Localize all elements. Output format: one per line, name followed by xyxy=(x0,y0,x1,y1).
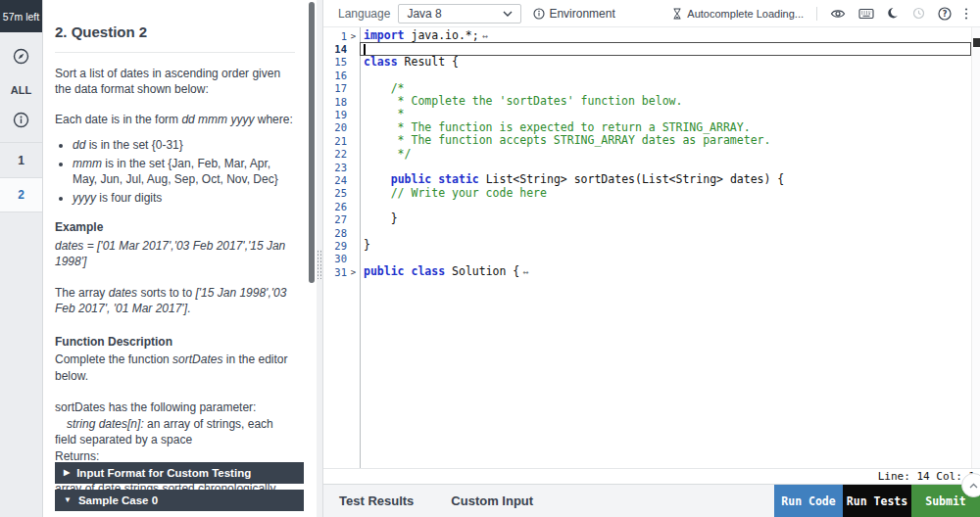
code-token: * The function is expected to return a S… xyxy=(364,120,751,134)
code-token: * The function accepts STRING_ARRAY date… xyxy=(364,133,770,147)
line-number: 18 xyxy=(323,96,347,108)
line-number: 15 xyxy=(323,56,347,68)
code-line-25[interactable]: 25 // Write your code here xyxy=(323,187,980,200)
section-label: Input Format for Custom Testing xyxy=(76,465,251,482)
keyboard-icon[interactable] xyxy=(858,8,874,20)
fold-arrow-icon[interactable]: > xyxy=(347,267,360,277)
panel-splitter xyxy=(317,0,323,517)
code-text[interactable] xyxy=(360,253,971,265)
code-line-28[interactable]: 28 xyxy=(323,226,980,239)
code-text[interactable] xyxy=(360,69,971,81)
code-text[interactable]: // Write your code here xyxy=(360,187,971,200)
code-text[interactable] xyxy=(360,226,971,239)
code-line-15[interactable]: 15class Result { xyxy=(323,56,980,69)
section-bar[interactable]: ▶Input Format for Custom Testing xyxy=(55,462,304,484)
run-code-button[interactable]: Run Code xyxy=(774,485,843,517)
autocomplete-status: Autocomplete Loading... xyxy=(672,8,804,20)
example-heading: Example xyxy=(55,219,295,236)
splitter-drag-handle[interactable] xyxy=(317,250,323,279)
code-text[interactable]: /* xyxy=(360,82,971,95)
code-line-22[interactable]: 22 */ xyxy=(323,148,980,161)
line-number: 25 xyxy=(323,187,347,199)
code-text[interactable] xyxy=(360,161,971,173)
code-line-18[interactable]: 18 * Complete the 'sortDates' function b… xyxy=(323,95,980,108)
code-text[interactable]: import java.io.*;↔ xyxy=(360,29,971,42)
code-text[interactable] xyxy=(360,42,971,55)
code-line-1[interactable]: 1>import java.io.*;↔ xyxy=(323,29,980,42)
language-select[interactable]: Java 8 xyxy=(398,4,521,24)
code-line-19[interactable]: 19 * xyxy=(323,108,980,120)
code-line-30[interactable]: 30 xyxy=(323,253,980,265)
example-result: The array dates sorts to to ['15 Jan 199… xyxy=(55,285,295,317)
code-line-20[interactable]: 20 * The function is expected to return … xyxy=(323,121,980,134)
code-text[interactable]: class Result { xyxy=(360,56,971,69)
code-line-24[interactable]: 24 public static List<String> sortDates(… xyxy=(323,173,980,186)
eye-icon[interactable] xyxy=(830,8,846,20)
question-scrollbar[interactable] xyxy=(309,2,315,283)
code-line-16[interactable]: 16 xyxy=(323,69,980,81)
line-number: 31 xyxy=(323,266,347,278)
code-text[interactable] xyxy=(360,200,971,212)
code-line-14[interactable]: 14 xyxy=(323,42,980,55)
environment-link[interactable]: Environment xyxy=(533,7,614,21)
code-text[interactable]: * The function is expected to return a S… xyxy=(360,121,971,134)
code-line-27[interactable]: 27 } xyxy=(323,212,980,225)
question-title: 2. Question 2 xyxy=(55,24,295,41)
code-editor[interactable]: 1>import java.io.*;↔1415class Result {16… xyxy=(323,27,980,468)
function-description-text: Complete the function sortDates in the e… xyxy=(55,352,295,384)
help-icon[interactable]: ? xyxy=(938,7,952,21)
dark-mode-moon-icon[interactable] xyxy=(887,7,900,20)
code-token: } xyxy=(364,238,370,252)
line-number: 21 xyxy=(323,135,347,147)
editor-scrollbar-thumb[interactable] xyxy=(973,38,980,47)
code-text[interactable]: } xyxy=(360,212,971,225)
function-description-heading: Function Description xyxy=(55,334,295,351)
code-token: public xyxy=(364,264,405,278)
fold-placeholder-icon[interactable]: ↔ xyxy=(519,266,528,277)
bottom-bar: Test ResultsCustom InputRun CodeRun Test… xyxy=(323,484,980,517)
editor-scrollbar[interactable] xyxy=(971,27,980,468)
code-line-26[interactable]: 26 xyxy=(323,200,980,212)
tab-test-results[interactable]: Test Results xyxy=(339,494,414,508)
fold-arrow-icon[interactable]: > xyxy=(347,31,360,41)
code-text[interactable]: * xyxy=(360,108,971,120)
code-line-21[interactable]: 21 * The function accepts STRING_ARRAY d… xyxy=(323,134,980,147)
question-panel: 2. Question 2 Sort a list of dates in as… xyxy=(43,0,317,517)
history-restore-icon[interactable] xyxy=(912,7,925,20)
code-text[interactable]: public class Solution {↔ xyxy=(360,265,971,278)
compass-icon[interactable] xyxy=(0,48,42,65)
line-number: 1 xyxy=(323,30,347,42)
code-token: class xyxy=(411,264,445,278)
code-text[interactable]: public static List<String> sortDates(Lis… xyxy=(360,173,971,186)
text-cursor xyxy=(364,44,366,55)
code-token: class xyxy=(364,55,398,69)
info-icon[interactable] xyxy=(0,112,42,128)
code-token: public xyxy=(391,172,432,186)
question-nav-item-1[interactable]: 1 xyxy=(0,142,42,177)
fold-placeholder-icon[interactable]: ↔ xyxy=(479,30,488,41)
tab-custom-input[interactable]: Custom Input xyxy=(451,494,533,508)
svg-text:?: ? xyxy=(943,9,948,18)
code-text[interactable]: } xyxy=(360,239,971,252)
language-label: Language xyxy=(338,7,390,21)
code-text[interactable]: * Complete the 'sortDates' function belo… xyxy=(360,95,971,108)
code-token xyxy=(364,172,391,186)
action-buttons: Run CodeRun TestsSubmit xyxy=(774,485,980,517)
kebab-menu-icon[interactable] xyxy=(964,7,968,21)
collapse-panel-button[interactable] xyxy=(961,473,980,497)
code-text[interactable]: * The function accepts STRING_ARRAY date… xyxy=(360,134,971,147)
section-bar[interactable]: ▼Sample Case 0 xyxy=(55,490,304,511)
code-line-29[interactable]: 29} xyxy=(323,239,980,252)
code-line-31[interactable]: 31>public class Solution {↔ xyxy=(323,265,980,278)
line-number: 26 xyxy=(323,201,347,212)
divider xyxy=(55,52,295,53)
example-input: dates = ['01 Mar 2017','03 Feb 2017','15… xyxy=(55,238,295,270)
code-text[interactable]: */ xyxy=(360,148,971,161)
question-nav-item-2[interactable]: 2 xyxy=(0,177,42,212)
code-line-17[interactable]: 17 /* xyxy=(323,82,980,95)
code-line-23[interactable]: 23 xyxy=(323,161,980,173)
info-circle-icon xyxy=(533,8,545,20)
all-questions-label[interactable]: ALL xyxy=(0,84,42,96)
run-tests-button[interactable]: Run Tests xyxy=(843,485,911,517)
left-rail: 57m left ALL 12 xyxy=(0,0,43,517)
